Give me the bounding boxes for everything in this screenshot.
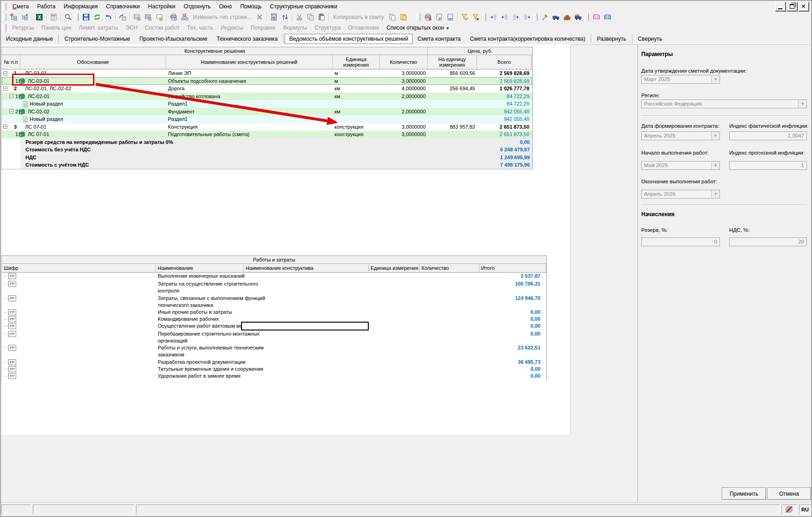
panel-button-4[interactable]: ЭСН [122,24,141,32]
calculator-icon[interactable] [268,12,279,22]
reserve-input[interactable]: 0 [641,237,720,246]
comment-add-icon[interactable] [154,12,165,22]
search-icon[interactable] [62,12,74,22]
row-insert-icon[interactable] [131,12,143,22]
table-row[interactable]: РРРазработка проектной документации36 49… [2,359,546,366]
tab-4[interactable]: Технического заказчика [212,34,282,44]
contract-date-combo[interactable]: Апрель 2025▼ [641,131,720,140]
sort-updown-icon[interactable] [279,12,291,22]
chevron-down-icon[interactable]: ▼ [711,75,719,83]
filter-remove-icon[interactable] [470,12,481,22]
table-row[interactable]: РРВыполнение инженерных изысканий2 537,8… [2,273,546,280]
close-x-icon[interactable] [254,12,265,22]
tab-2[interactable]: Строительно-Монтажные [60,34,135,44]
vat-input[interactable]: 20 [729,237,807,246]
copy-page-icon[interactable] [387,12,398,22]
actual-inflation-input[interactable]: 1,0047 [729,131,807,140]
paste-icon[interactable] [316,12,327,22]
paste-page-icon[interactable] [398,12,409,22]
tab-5[interactable]: Ведомость объёмов конструктивных решений [285,34,413,44]
panel-button-7[interactable]: Индексы [217,24,247,32]
panel-button-6[interactable]: Тех. часть [183,24,217,32]
expand-toggle-icon[interactable]: − [3,87,7,91]
minimize-button[interactable] [775,2,786,11]
tree-add-icon[interactable] [19,12,31,22]
tab-7[interactable]: Смета контракта(корректировка количества… [465,34,590,44]
org-chart-icon[interactable] [179,12,190,22]
chevron-down-icon[interactable]: ▼ [711,162,719,169]
table-row[interactable]: РРИные прочие работы и затраты0,00 [2,309,546,316]
work-end-combo[interactable]: Апрель 2026▼ [641,190,720,199]
table-row[interactable]: −3ЛС 07-01Конструкцияконструкция3,000000… [2,123,532,131]
book-blue-icon[interactable] [602,12,613,22]
menu-item-1[interactable]: Смета [8,2,33,11]
table-row[interactable]: РРУдорожание работ в зимнее время0,00 [2,373,546,380]
toolbar-grip[interactable] [2,24,6,31]
toolbar-grip[interactable] [2,3,6,10]
tab-3[interactable]: Проектно-Изыскательские [135,34,212,44]
table-row[interactable]: −2ЛС-02-02Фундаменткм2,0000000942 055,49 [2,108,532,116]
outdent-right-icon[interactable] [521,12,533,22]
tab-9[interactable]: Свернуть [633,34,667,44]
toolbar-grip[interactable] [74,13,79,21]
excel-export-icon[interactable]: X [34,12,45,22]
refresh-icon[interactable] [92,12,103,22]
table-row[interactable]: Новый разделРаздел184 722,29 [2,100,532,108]
bricks-icon[interactable] [562,12,573,22]
print-gear-icon[interactable] [168,12,179,22]
panel-button-1[interactable]: Ресурсы [8,24,37,32]
truck-loaded-icon[interactable] [573,12,584,22]
restore-button[interactable] [787,2,797,11]
table-row[interactable]: РРЗатраты на осуществление строительного… [2,280,546,295]
chevron-down-icon[interactable]: ▼ [798,100,806,108]
table-row[interactable]: Новый разделРаздел1942 055,49 [2,115,532,123]
toolbar-grip[interactable] [533,13,538,21]
menu-item-6[interactable]: Отдохнуть [180,2,215,11]
table-row[interactable]: −1ЛС-03-01Линия ЭПм3,0000000856 609,562 … [2,69,532,77]
panel-button-3[interactable]: Лимит. затраты [75,24,122,32]
toolbar-grip[interactable] [416,13,421,21]
copy-icon[interactable] [305,12,316,22]
table-row[interactable]: 1ЛС-03-01Объекты подсобного назначениям3… [2,77,532,85]
save-icon[interactable] [81,12,92,22]
truck-icon[interactable] [551,12,562,22]
undo-box-icon[interactable]: * [117,12,128,22]
table-row[interactable]: РРТитульные временные здания и сооружени… [2,366,546,373]
table-row[interactable]: −1ЛС-02-01Устройство котлованакм2,000000… [2,93,532,100]
expand-toggle-icon[interactable]: − [9,109,13,113]
cancel-button[interactable]: Отмена [767,487,811,500]
indent-left-icon[interactable] [499,12,510,22]
expand-toggle-icon[interactable]: − [9,94,13,98]
pdf-export-icon[interactable]: PDF [48,12,59,22]
panel-button-5[interactable]: Состав работ [141,24,183,32]
menu-item-9[interactable]: Структурные справочники [266,2,342,11]
chevron-down-icon[interactable]: ▼ [711,190,719,198]
toolbar-grip[interactable] [2,13,6,21]
panel-button-11[interactable]: Оглавление [344,24,383,32]
toolbar-grip[interactable] [482,13,486,21]
forecast-inflation-input[interactable]: 1 [729,161,807,170]
expand-toggle-icon[interactable]: − [3,125,7,129]
table-row[interactable]: −2ЛС-02-01, ЛС-02-02Дорогакм4,0000000256… [2,85,532,93]
tree-structure-icon[interactable] [8,12,19,22]
panel-button-9[interactable]: Формулы [279,24,310,32]
filter-edit-icon[interactable] [459,12,470,22]
apply-button[interactable]: Применить [722,487,766,500]
panel-button-2[interactable]: Панель цен [37,24,75,32]
undo-icon[interactable] [103,12,114,22]
menu-item-7[interactable]: Окно [215,2,236,11]
menu-item-8[interactable]: Помощь [236,2,266,11]
panel-button-8[interactable]: Поправки [247,24,279,32]
indent-first-icon[interactable] [488,12,499,22]
table-row[interactable]: РРПеребазирование строительно-монтажныхо… [2,330,546,344]
chevron-down-icon[interactable]: ▼ [711,132,719,140]
close-button[interactable]: × [798,2,809,11]
region-combo[interactable]: Российская Федерация▼ [641,100,807,108]
toolbar-grip[interactable] [585,13,589,21]
cut-icon[interactable] [294,12,305,22]
panel-button-10[interactable]: Структура [310,24,344,32]
tab-1[interactable]: Исходные данные [1,34,57,44]
tab-6[interactable]: Смета контракта [413,34,465,44]
table-row[interactable]: 1ЛС 07-01Подготовительные работы (смета)… [2,131,532,138]
tab-8[interactable]: Развернуть [592,34,631,44]
